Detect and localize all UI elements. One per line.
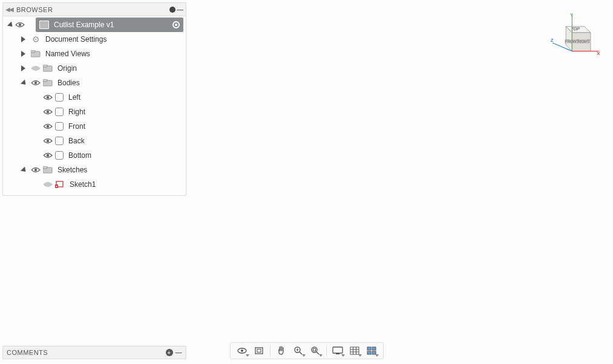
visibility-toggle[interactable]: [43, 93, 53, 102]
viewcube-right-label[interactable]: RIGHT: [577, 39, 590, 44]
tree-label: Sketch1: [70, 180, 96, 189]
svg-point-23: [34, 67, 37, 70]
root-component[interactable]: Cutlist Example v1: [36, 18, 183, 32]
svg-rect-52: [333, 347, 343, 353]
body-icon: [55, 93, 64, 102]
tree-item-body-front[interactable]: Front: [3, 119, 186, 134]
svg-rect-61: [367, 351, 371, 354]
svg-marker-5: [343, 92, 417, 161]
svg-marker-2: [283, 188, 297, 274]
panel-minimize-icon[interactable]: —: [177, 6, 183, 13]
browser-panel: ◀◀ BROWSER — Cutlist Example v1 ⚙ Docume…: [2, 2, 186, 196]
tree-label: Bottom: [68, 151, 91, 160]
visibility-toggle[interactable]: [31, 63, 41, 73]
look-at-button[interactable]: [251, 344, 267, 357]
svg-text:Z: Z: [551, 37, 554, 43]
svg-marker-10: [200, 151, 227, 168]
visibility-toggle[interactable]: [43, 136, 53, 146]
expand-toggle[interactable]: [20, 51, 28, 57]
tree-label: Named Views: [45, 50, 90, 58]
svg-point-49: [312, 347, 317, 353]
expand-toggle[interactable]: [20, 36, 28, 42]
display-settings-button[interactable]: [330, 344, 346, 357]
visibility-toggle[interactable]: [43, 180, 53, 189]
expand-toggle[interactable]: [7, 23, 15, 27]
svg-marker-1: [200, 158, 297, 274]
body-icon: [55, 108, 64, 116]
comments-panel-header[interactable]: COMMENTS + —: [2, 346, 186, 359]
svg-point-32: [47, 140, 49, 142]
viewports-button[interactable]: [364, 344, 379, 357]
svg-point-30: [47, 111, 49, 113]
svg-rect-43: [255, 348, 263, 354]
folder-icon: [43, 166, 53, 174]
visibility-toggle[interactable]: [43, 151, 53, 160]
folder-icon: [43, 79, 53, 87]
tree-item-body-bottom[interactable]: Bottom: [3, 148, 186, 163]
activate-radio-icon[interactable]: [172, 21, 180, 28]
svg-rect-54: [350, 347, 359, 354]
gear-icon: ⚙: [31, 35, 41, 44]
visibility-toggle[interactable]: [31, 78, 41, 88]
navigation-toolbar: [230, 342, 384, 359]
body-icon: [55, 137, 64, 145]
tree-label: Document Settings: [45, 35, 107, 44]
grid-settings-button[interactable]: [347, 344, 362, 357]
expand-toggle[interactable]: [20, 65, 28, 71]
tree-item-sketch1[interactable]: Sketch1: [3, 177, 186, 192]
chevron-down-icon: [319, 354, 323, 357]
svg-line-14: [417, 109, 427, 119]
svg-point-34: [34, 169, 37, 171]
visibility-toggle[interactable]: [15, 20, 25, 30]
zoom-button[interactable]: [290, 344, 306, 357]
fit-button[interactable]: [307, 344, 323, 357]
svg-rect-36: [43, 166, 47, 169]
svg-point-33: [47, 154, 49, 157]
body-icon: [55, 122, 64, 131]
tree-item-document-settings[interactable]: ⚙ Document Settings: [3, 32, 186, 47]
svg-marker-11: [417, 107, 436, 122]
browser-title: BROWSER: [16, 6, 169, 13]
folder-icon: [31, 50, 41, 58]
expand-toggle[interactable]: [20, 81, 28, 85]
svg-point-37: [47, 183, 49, 186]
tree-label: Back: [68, 137, 85, 145]
orbit-button[interactable]: [234, 344, 250, 357]
collapse-icon[interactable]: ◀◀: [5, 6, 13, 13]
svg-marker-8: [300, 119, 417, 228]
tree-item-body-right[interactable]: Right: [3, 105, 186, 119]
svg-rect-40: [56, 186, 57, 187]
pan-button[interactable]: [274, 344, 289, 357]
chevron-down-icon: [375, 354, 379, 357]
svg-rect-51: [313, 349, 315, 351]
visibility-toggle[interactable]: [43, 122, 53, 131]
visibility-toggle[interactable]: [43, 107, 53, 117]
view-cube[interactable]: TOP FRONT RIGHT Y X Z: [549, 12, 601, 63]
svg-line-15: [287, 184, 300, 191]
tree-label: Front: [68, 122, 85, 131]
component-icon: [39, 21, 49, 29]
tree-item-sketches[interactable]: Sketches: [3, 163, 186, 177]
svg-rect-44: [257, 349, 261, 353]
add-comment-icon[interactable]: +: [166, 349, 173, 356]
sketch-icon: [55, 180, 65, 189]
browser-panel-header[interactable]: ◀◀ BROWSER —: [3, 3, 186, 16]
browser-tree: Cutlist Example v1 ⚙ Document Settings N…: [3, 16, 186, 195]
chevron-down-icon: [358, 354, 362, 357]
svg-text:X: X: [597, 51, 600, 56]
expand-toggle[interactable]: [20, 168, 28, 172]
tree-item-bodies[interactable]: Bodies: [3, 76, 186, 90]
visibility-toggle[interactable]: [31, 165, 41, 175]
tree-label: Left: [68, 93, 80, 102]
tree-item-named-views[interactable]: Named Views: [3, 47, 186, 61]
tree-item-body-left[interactable]: Left: [3, 90, 186, 105]
panel-settings-icon[interactable]: [169, 7, 175, 13]
panel-expand-icon[interactable]: —: [175, 349, 183, 356]
folder-icon: [43, 64, 53, 73]
tree-item-origin[interactable]: Origin: [3, 61, 186, 76]
svg-point-20: [19, 24, 21, 26]
svg-text:Y: Y: [570, 12, 573, 18]
chevron-down-icon: [246, 354, 249, 357]
svg-rect-60: [372, 347, 376, 350]
tree-item-body-back[interactable]: Back: [3, 134, 186, 148]
